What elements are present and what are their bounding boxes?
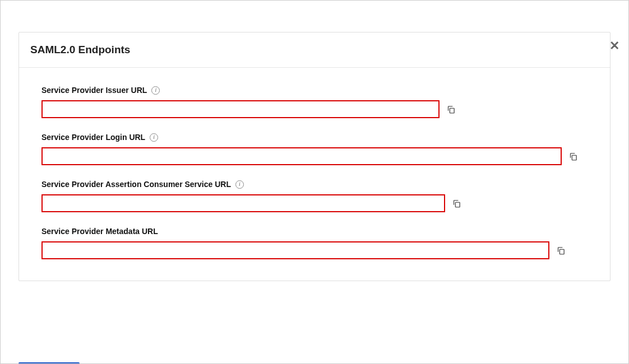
metadata-label: Service Provider Metadata URL: [41, 227, 158, 236]
metadata-url-input[interactable]: [41, 241, 549, 259]
field-group-metadata: Service Provider Metadata URL: [41, 227, 594, 259]
field-label-row: Service Provider Assertion Consumer Serv…: [41, 180, 594, 189]
field-group-acs: Service Provider Assertion Consumer Serv…: [41, 180, 594, 212]
field-label-row: Service Provider Issuer URL i: [41, 86, 594, 95]
copy-icon[interactable]: [567, 151, 579, 162]
svg-rect-3: [559, 249, 564, 254]
field-label-row: Service Provider Login URL i: [41, 133, 594, 142]
copy-icon[interactable]: [445, 104, 456, 115]
svg-rect-0: [450, 108, 454, 113]
card-title: SAML2.0 Endpoints: [30, 44, 599, 56]
copy-icon[interactable]: [555, 245, 566, 256]
acs-url-input[interactable]: [41, 194, 445, 212]
field-label-row: Service Provider Metadata URL: [41, 227, 594, 236]
info-icon[interactable]: i: [235, 180, 244, 189]
acs-label: Service Provider Assertion Consumer Serv…: [41, 180, 231, 189]
svg-rect-2: [455, 202, 460, 207]
info-icon[interactable]: i: [151, 86, 160, 95]
field-row: [41, 241, 594, 259]
field-row: [41, 100, 594, 118]
field-row: [41, 194, 594, 212]
info-icon[interactable]: i: [150, 133, 158, 142]
login-label: Service Provider Login URL: [41, 133, 145, 142]
field-group-login: Service Provider Login URL i: [41, 133, 594, 165]
close-icon[interactable]: ✕: [609, 40, 619, 52]
card-body: Service Provider Issuer URL i Ser: [19, 68, 610, 281]
saml-endpoints-dialog: ✕ SAML2.0 Endpoints Service Provider Iss…: [1, 32, 628, 364]
login-url-input[interactable]: [41, 147, 562, 165]
issuer-url-input[interactable]: [41, 100, 440, 118]
saml-endpoints-card: SAML2.0 Endpoints Service Provider Issue…: [18, 32, 610, 281]
copy-icon[interactable]: [451, 198, 462, 209]
field-row: [41, 147, 594, 165]
issuer-label: Service Provider Issuer URL: [41, 86, 147, 95]
svg-rect-1: [572, 155, 576, 160]
field-group-issuer: Service Provider Issuer URL i: [41, 86, 594, 118]
card-header: SAML2.0 Endpoints: [19, 32, 610, 68]
